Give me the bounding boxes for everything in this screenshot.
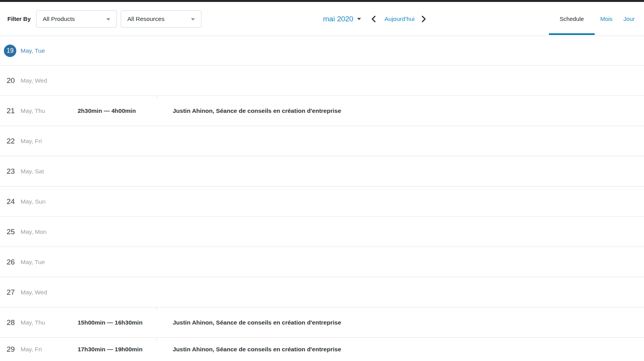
chevron-left-icon (371, 16, 376, 22)
chevron-down-icon (106, 18, 110, 21)
booking-title: Justin Ahinon, Séance de conseils en cré… (173, 319, 341, 326)
product-filter-select[interactable]: All Products (36, 10, 117, 28)
filter-group: Filter By All Products All Resources (7, 2, 205, 36)
booking-entry[interactable]: 2h30min — 4h00min Justin Ahinon, Séance … (0, 96, 644, 126)
chevron-right-icon (422, 16, 426, 22)
date-number: 24 (7, 197, 15, 206)
date-day-label: May, Mon (21, 228, 47, 235)
booking-title: Justin Ahinon, Séance de conseils en cré… (173, 107, 341, 114)
booking-time: 17h30min — 19h00min (78, 346, 142, 353)
schedule-row: 24 May, Sun (0, 187, 644, 217)
date-navigation: mai 2020 Aujourd’hui (323, 2, 428, 36)
booking-title: Justin Ahinon, Séance de conseils en cré… (173, 346, 341, 353)
schedule-row: 22 May, Fri (0, 126, 644, 156)
schedule-row: 20 May, Wed (0, 66, 644, 96)
schedule-row: 25 May, Mon (0, 217, 644, 247)
view-tabs: Schedule Mois Jour (549, 2, 640, 36)
date-number: 26 (7, 258, 15, 266)
schedule-row: 26 May, Tue (0, 247, 644, 277)
date-day-label: May, Fri (21, 138, 42, 145)
previous-period-button[interactable] (370, 14, 377, 24)
schedule-day-list: 19 May, Tue 20 May, Wed 21 May, Thu 2h30… (0, 36, 644, 361)
schedule-row: 21 May, Thu 2h30min — 4h00min Justin Ahi… (0, 96, 644, 126)
schedule-row: 23 May, Sat (0, 156, 644, 187)
date-number: 22 (7, 137, 15, 145)
date-number: 19 (4, 45, 16, 57)
date-day-label: May, Wed (21, 77, 47, 84)
booking-entry[interactable]: 15h00min — 16h30min Justin Ahinon, Séanc… (0, 307, 644, 337)
schedule-row: 27 May, Wed (0, 277, 644, 307)
date-day-label: May, Sun (21, 198, 45, 205)
date-day-label: May, Wed (21, 289, 47, 296)
filter-by-label: Filter By (7, 16, 31, 22)
product-filter-value: All Products (43, 16, 75, 22)
schedule-row: 29 May, Fri 17h30min — 19h00min Justin A… (0, 338, 644, 361)
date-day-label: May, Tue (21, 259, 45, 266)
tab-month[interactable]: Mois (595, 2, 618, 36)
resource-filter-value: All Resources (127, 16, 165, 22)
date-number: 25 (7, 228, 15, 236)
booking-entry[interactable]: 17h30min — 19h00min Justin Ahinon, Séanc… (0, 338, 644, 361)
calendar-toolbar: Filter By All Products All Resources mai… (0, 2, 644, 36)
date-number: 27 (7, 288, 15, 297)
date-number: 23 (7, 167, 15, 176)
tab-day[interactable]: Jour (618, 2, 640, 36)
caret-down-icon (357, 18, 361, 20)
schedule-row: 28 May, Thu 15h00min — 16h30min Justin A… (0, 307, 644, 338)
month-picker-button[interactable]: mai 2020 (323, 15, 361, 23)
next-period-button[interactable] (420, 14, 428, 24)
booking-time: 2h30min — 4h00min (78, 107, 136, 114)
schedule-row: 19 May, Tue (0, 36, 644, 66)
resource-filter-select[interactable]: All Resources (121, 10, 201, 28)
date-number: 20 (7, 76, 15, 85)
date-day-label: May, Sat (21, 168, 44, 175)
current-month-label: mai 2020 (323, 15, 353, 23)
chevron-down-icon (191, 18, 195, 21)
booking-time: 15h00min — 16h30min (78, 319, 142, 326)
tab-schedule[interactable]: Schedule (549, 2, 595, 36)
date-day-label[interactable]: May, Tue (21, 47, 45, 54)
today-button[interactable]: Aujourd’hui (384, 16, 415, 22)
